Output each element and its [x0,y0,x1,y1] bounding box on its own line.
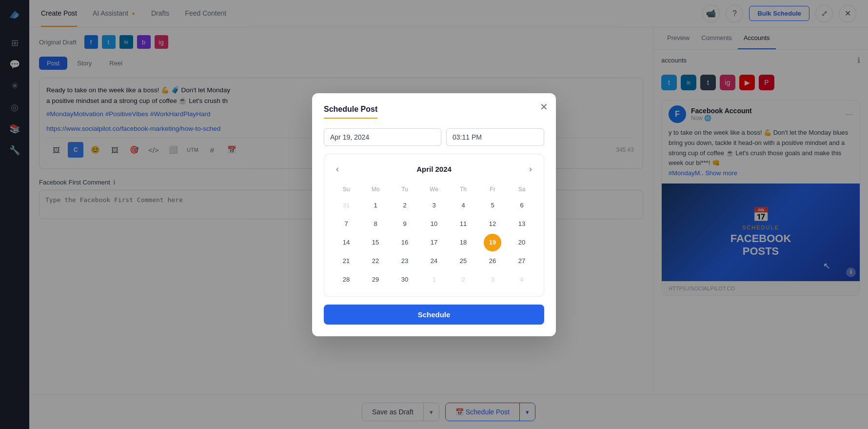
date-input[interactable] [324,128,441,146]
cal-day-3[interactable]: 3 [425,197,443,214]
cal-day-6[interactable]: 6 [513,197,531,214]
cal-day-31[interactable]: 31 [337,197,355,214]
cal-day-11[interactable]: 11 [454,215,472,233]
cal-day-3[interactable]: 3 [484,271,501,288]
cal-day-1[interactable]: 1 [425,271,443,288]
cal-prev-button[interactable]: ‹ [332,162,343,176]
cal-day-2[interactable]: 2 [396,197,414,214]
cal-day-16[interactable]: 16 [396,234,414,251]
cal-day-30[interactable]: 30 [396,271,414,288]
modal-overlay[interactable]: Schedule Post ✕ ‹ April 2024 › Su Mo Tu … [0,0,868,429]
cal-day-14[interactable]: 14 [337,234,355,251]
schedule-confirm-button[interactable]: Schedule [324,305,544,325]
cal-day-29[interactable]: 29 [367,271,384,288]
cal-day-5[interactable]: 5 [484,197,501,214]
calendar-grid: Su Mo Tu We Th Fr Sa 3112345678910111213… [332,183,536,288]
cal-day-19[interactable]: 19 [484,234,501,251]
schedule-post-modal: Schedule Post ✕ ‹ April 2024 › Su Mo Tu … [312,93,556,336]
calendar-header: ‹ April 2024 › [332,162,536,176]
cal-day-13[interactable]: 13 [513,215,531,233]
time-input[interactable] [446,128,544,146]
cal-day-7[interactable]: 7 [337,215,355,233]
cal-day-28[interactable]: 28 [337,271,355,288]
cal-day-9[interactable]: 9 [396,215,414,233]
cal-day-22[interactable]: 22 [367,252,384,270]
cal-header-sa: Sa [508,183,536,196]
cal-day-15[interactable]: 15 [367,234,384,251]
modal-close-button[interactable]: ✕ [540,101,548,113]
cal-header-mo: Mo [361,183,390,196]
cal-day-21[interactable]: 21 [337,252,355,270]
cal-day-12[interactable]: 12 [484,215,501,233]
modal-title: Schedule Post [324,105,377,119]
cal-day-18[interactable]: 18 [454,234,472,251]
cal-header-we: We [420,183,448,196]
cal-header-tu: Tu [391,183,419,196]
cal-day-20[interactable]: 20 [513,234,531,251]
cal-next-button[interactable]: › [525,162,536,176]
cal-day-10[interactable]: 10 [425,215,443,233]
cal-day-24[interactable]: 24 [425,252,443,270]
calendar: ‹ April 2024 › Su Mo Tu We Th Fr Sa 3112… [324,154,544,297]
cal-header-fr: Fr [478,183,507,196]
cal-day-27[interactable]: 27 [513,252,531,270]
date-time-row [324,128,544,146]
cal-day-1[interactable]: 1 [367,197,384,214]
cal-day-23[interactable]: 23 [396,252,414,270]
cal-month-label: April 2024 [416,165,452,173]
cal-header-th: Th [449,183,477,196]
cal-day-4[interactable]: 4 [454,197,472,214]
cal-day-2[interactable]: 2 [454,271,472,288]
cal-header-su: Su [332,183,360,196]
cal-day-4[interactable]: 4 [513,271,531,288]
cal-day-17[interactable]: 17 [425,234,443,251]
cal-day-26[interactable]: 26 [484,252,501,270]
cal-day-8[interactable]: 8 [367,215,384,233]
cal-day-25[interactable]: 25 [454,252,472,270]
